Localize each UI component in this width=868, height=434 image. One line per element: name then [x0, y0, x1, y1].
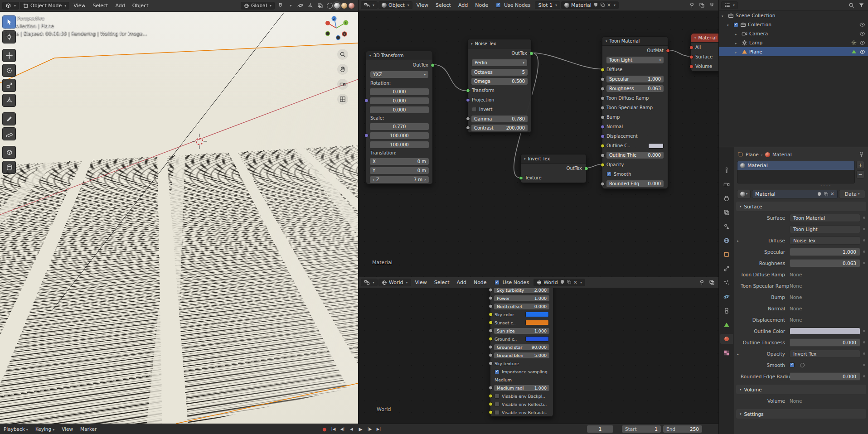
outline-thickness-field[interactable]: Outline Thic0.000: [606, 152, 664, 159]
tab-view-layer[interactable]: [720, 207, 733, 217]
eye-icon[interactable]: [859, 49, 865, 55]
socket-sun-size[interactable]: [489, 329, 493, 333]
expander-icon[interactable]: [735, 351, 741, 357]
tab-tool[interactable]: [720, 165, 733, 175]
panel-surface-header[interactable]: Surface: [736, 202, 866, 211]
socket-transform[interactable]: [466, 88, 470, 92]
specular-field[interactable]: Specular1.000: [606, 76, 664, 82]
current-frame-field[interactable]: 1: [587, 425, 613, 433]
gizmo-neg-y-ball[interactable]: [326, 32, 330, 36]
socket-env-refraction[interactable]: [489, 410, 493, 415]
editor-type-dropdown[interactable]: [2, 2, 19, 10]
editor-type-dropdown[interactable]: [361, 1, 378, 9]
mesh-data-icon[interactable]: [851, 49, 857, 54]
eye-icon[interactable]: [859, 31, 865, 37]
socket-north-offset[interactable]: [489, 304, 493, 309]
rotation-x-field[interactable]: 0.000: [370, 88, 429, 95]
socket-ground-blend[interactable]: [489, 353, 493, 357]
tab-object-data[interactable]: [720, 320, 733, 330]
octaves-field[interactable]: Octaves5: [471, 69, 528, 76]
opacity-node-link[interactable]: Invert Tex: [790, 350, 860, 358]
shading-solid-icon[interactable]: [334, 3, 340, 9]
tab-world[interactable]: [720, 236, 733, 246]
tab-constraints[interactable]: [720, 306, 733, 316]
snap-settings-dropdown[interactable]: [286, 1, 295, 10]
socket-sunset-color[interactable]: [489, 321, 493, 325]
rounded-edge-field[interactable]: Rounded Edg0.000: [606, 180, 664, 187]
next-keyframe-button[interactable]: |▶: [365, 425, 374, 433]
translate-z-field[interactable]: Z7 m: [370, 176, 429, 183]
panel-volume-header[interactable]: Volume: [736, 385, 866, 394]
socket-roughness[interactable]: [601, 87, 605, 91]
shading-wireframe-icon[interactable]: [327, 3, 333, 9]
decorate-dot-icon[interactable]: [863, 364, 865, 366]
noise-basis-dropdown[interactable]: Perlin: [472, 59, 527, 66]
importance-sampling-checkbox[interactable]: [495, 369, 499, 374]
sky-color-swatch[interactable]: [525, 312, 549, 317]
jump-to-end-button[interactable]: ▶|: [374, 425, 383, 433]
rotation-y-field[interactable]: 0.000: [370, 97, 429, 104]
gizmo-neg-z-ball[interactable]: [336, 36, 340, 40]
menu-select[interactable]: Select: [431, 279, 453, 286]
prev-keyframe-button[interactable]: ◀|: [338, 425, 347, 433]
socket-sky-turbidity[interactable]: [489, 288, 493, 292]
tool-rotate-button[interactable]: [2, 64, 16, 77]
socket-ground-color[interactable]: [489, 337, 493, 341]
editor-type-dropdown[interactable]: [361, 279, 378, 286]
breadcrumb-object[interactable]: Plane: [746, 152, 759, 157]
tool-annotate-button[interactable]: [2, 112, 16, 125]
overlay-options-icon[interactable]: [707, 278, 716, 287]
menu-view[interactable]: View: [70, 2, 88, 10]
pin-icon[interactable]: [687, 1, 696, 10]
socket-gamma[interactable]: [466, 117, 470, 121]
decorate-dot-icon[interactable]: [863, 330, 865, 332]
decorate-dot-icon[interactable]: [863, 217, 865, 219]
transform-orientation-dropdown[interactable]: Global: [241, 2, 275, 10]
toon-type-dropdown[interactable]: Toon Light: [606, 57, 664, 63]
socket-outtex[interactable]: [584, 166, 588, 170]
overlay-options-icon[interactable]: [697, 1, 706, 10]
disclosure-icon[interactable]: [727, 22, 732, 27]
node-link-wire[interactable]: [433, 65, 467, 91]
outliner-row-collection[interactable]: Collection: [719, 20, 868, 29]
unlink-icon[interactable]: ✕: [607, 2, 611, 8]
tab-particles[interactable]: [720, 278, 733, 288]
decorate-dot-icon[interactable]: [863, 251, 865, 253]
visible-env-reflection-checkbox[interactable]: [495, 402, 499, 407]
fake-user-shield-icon[interactable]: [560, 280, 565, 285]
play-reverse-button[interactable]: ◀: [347, 425, 356, 433]
fake-user-shield-icon[interactable]: [593, 2, 598, 7]
tool-measure-button[interactable]: [2, 127, 16, 140]
disclosure-icon[interactable]: [735, 40, 740, 45]
translate-x-field[interactable]: X0 m: [370, 158, 429, 165]
node-toon-material[interactable]: Toon Material OutMat Toon Light Diffuse …: [602, 36, 668, 189]
diffuse-node-link[interactable]: Noise Tex: [790, 236, 860, 245]
node-link-wire[interactable]: [668, 50, 691, 57]
disclosure-icon[interactable]: [722, 13, 726, 18]
remove-slot-button[interactable]: −: [856, 170, 864, 178]
gamma-field[interactable]: Gamma0.780: [471, 116, 528, 122]
visible-env-backplate-checkbox[interactable]: [495, 394, 499, 399]
specular-slider[interactable]: 1.000: [790, 248, 860, 256]
collection-checkbox[interactable]: [733, 22, 738, 27]
socket-outline-thickness[interactable]: [601, 153, 605, 157]
outliner-row-camera[interactable]: Camera: [719, 29, 868, 38]
material-name-field[interactable]: Material ✕: [561, 1, 619, 9]
zoom-icon[interactable]: [337, 49, 348, 60]
filter-icon[interactable]: [857, 1, 866, 10]
menu-add[interactable]: Add: [112, 2, 128, 10]
socket-outtex[interactable]: [529, 51, 533, 55]
socket-rounded-edge[interactable]: [601, 182, 605, 186]
slot-list-box[interactable]: Material: [737, 161, 855, 183]
socket-rotation[interactable]: [364, 99, 369, 103]
pin-icon[interactable]: [858, 151, 864, 157]
socket-specular[interactable]: [601, 77, 605, 81]
cursor-3d-icon[interactable]: [192, 134, 207, 149]
tab-texture[interactable]: [720, 348, 733, 358]
outline-color-swatch[interactable]: [648, 143, 664, 149]
socket-medium-radius[interactable]: [489, 386, 493, 390]
search-icon[interactable]: [847, 1, 856, 10]
overlays-toggle-icon[interactable]: [315, 1, 325, 10]
tab-render[interactable]: [720, 179, 733, 189]
slot-row-material[interactable]: Material: [737, 161, 854, 170]
